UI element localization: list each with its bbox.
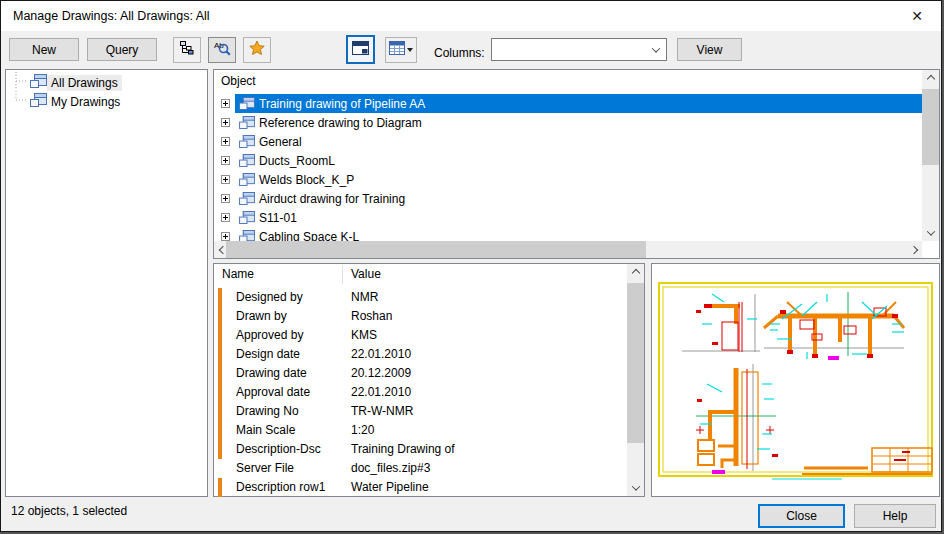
property-marker-bar <box>218 478 222 497</box>
drawing-preview-panel <box>651 263 940 497</box>
property-name: Drawing date <box>236 366 307 380</box>
property-value: KMS <box>351 328 377 342</box>
property-marker-bar <box>218 288 222 307</box>
property-marker-bar <box>218 440 222 459</box>
expand-icon[interactable] <box>221 194 230 203</box>
object-row-highlight[interactable]: Reference drawing to Diagram <box>235 113 922 132</box>
scroll-up-icon[interactable] <box>922 70 939 87</box>
hscroll-thumb[interactable] <box>226 241 646 258</box>
new-button-label: New <box>32 43 56 57</box>
expand-icon[interactable] <box>221 175 230 184</box>
drawing-icon <box>239 173 255 186</box>
value-column-header[interactable]: Value <box>351 267 381 281</box>
object-row-highlight[interactable]: Training drawing of Pipeline AA <box>235 94 922 113</box>
object-list-row[interactable]: General <box>214 132 922 151</box>
combobox-chevron-icon[interactable] <box>646 47 666 53</box>
object-row-highlight[interactable]: Welds Block_K_P <box>235 170 922 189</box>
help-button-label: Help <box>883 509 908 523</box>
property-name: Designed by <box>236 290 303 304</box>
expand-icon[interactable] <box>221 99 230 108</box>
drawing-icon <box>239 192 255 205</box>
tree-item[interactable]: All Drawings <box>6 74 207 92</box>
table-columns-icon <box>389 41 405 59</box>
scroll-down-icon[interactable] <box>627 479 644 496</box>
name-column-header[interactable]: Name <box>222 267 254 281</box>
object-list-row[interactable]: Ducts_RoomL <box>214 151 922 170</box>
property-row: Main Scale1:20 <box>214 421 627 440</box>
object-row-highlight[interactable]: General <box>235 132 922 151</box>
property-marker-bar <box>218 364 222 383</box>
object-row-highlight[interactable]: Ducts_RoomL <box>235 151 922 170</box>
property-marker-bar <box>218 307 222 326</box>
query-button-label: Query <box>106 43 139 57</box>
query-button[interactable]: Query <box>87 38 157 61</box>
expand-icon[interactable] <box>221 213 230 222</box>
manage-drawings-dialog: Manage Drawings: All Drawings: All ✕ New… <box>0 0 942 532</box>
close-icon[interactable]: ✕ <box>904 1 930 31</box>
object-row-label: S11-01 <box>259 211 297 225</box>
property-value: doc_files.zip#3 <box>351 461 430 475</box>
property-name: Approved by <box>236 328 303 342</box>
property-marker-bar <box>218 326 222 345</box>
scroll-up-icon[interactable] <box>627 264 644 281</box>
property-value: Training Drawing of <box>351 442 455 456</box>
new-button[interactable]: New <box>9 38 79 61</box>
property-value: 22.01.2010 <box>351 385 411 399</box>
object-list-row[interactable]: Welds Block_K_P <box>214 170 922 189</box>
property-row: Approval date22.01.2010 <box>214 383 627 402</box>
columns-combobox[interactable] <box>491 38 667 61</box>
object-list-row[interactable]: Airduct drawing for Training <box>214 189 922 208</box>
property-value: 1:20 <box>351 423 374 437</box>
properties-vscrollbar[interactable] <box>627 264 644 496</box>
object-row-highlight[interactable]: S11-01 <box>235 208 922 227</box>
preview-drawing <box>652 264 939 496</box>
drawing-icon <box>239 154 255 167</box>
property-value: 22.01.2010 <box>351 347 411 361</box>
tree-item[interactable]: My Drawings <box>6 93 207 111</box>
columns-label: Columns: <box>434 42 485 65</box>
object-row-label: Training drawing of Pipeline AA <box>259 97 425 111</box>
object-row-label: Ducts_RoomL <box>259 154 335 168</box>
property-value: 20.12.2009 <box>351 366 411 380</box>
object-list-row[interactable]: Reference drawing to Diagram <box>214 113 922 132</box>
object-row-label: Welds Block_K_P <box>259 173 354 187</box>
hierarchy-button[interactable] <box>173 37 201 63</box>
close-button-label: Close <box>786 509 817 523</box>
preview-toggle-button[interactable] <box>346 35 375 64</box>
expand-icon[interactable] <box>221 118 230 127</box>
property-row: Designed byNMR <box>214 288 627 307</box>
property-row: Description-DscTraining Drawing of <box>214 440 627 459</box>
columns-layout-button[interactable] <box>385 37 417 63</box>
find-button[interactable]: Ab <box>208 37 236 63</box>
drawing-icon <box>239 97 255 110</box>
help-button[interactable]: Help <box>854 504 936 528</box>
folder-tree-panel: All DrawingsMy Drawings <box>5 69 208 497</box>
object-list-row[interactable]: Training drawing of Pipeline AA <box>214 94 922 113</box>
find-text-icon: Ab <box>214 40 231 60</box>
object-list-vscrollbar[interactable] <box>922 70 939 241</box>
view-button[interactable]: View <box>677 38 742 61</box>
favorites-star-icon <box>249 40 265 60</box>
property-name: Server File <box>236 461 294 475</box>
favorites-button[interactable] <box>243 37 271 63</box>
property-marker-bar <box>218 345 222 364</box>
column-divider <box>342 266 343 284</box>
expand-icon[interactable] <box>221 137 230 146</box>
object-column-header[interactable]: Object <box>221 74 256 88</box>
expand-icon[interactable] <box>221 232 230 241</box>
object-list-hscrollbar[interactable] <box>214 241 922 258</box>
object-row-highlight[interactable]: Airduct drawing for Training <box>235 189 922 208</box>
vscroll-thumb[interactable] <box>922 89 939 165</box>
scroll-right-icon[interactable] <box>905 241 922 258</box>
expand-icon[interactable] <box>221 156 230 165</box>
tree-connector <box>6 91 30 113</box>
drawing-icon <box>239 211 255 224</box>
vscroll-thumb[interactable] <box>627 283 644 443</box>
dropdown-arrow-icon <box>407 48 413 52</box>
hierarchy-icon <box>179 40 195 60</box>
object-list-row[interactable]: S11-01 <box>214 208 922 227</box>
close-button[interactable]: Close <box>758 504 845 528</box>
property-value: Roshan <box>351 309 392 323</box>
scroll-down-icon[interactable] <box>922 224 939 241</box>
property-row: Drawing NoTR-W-NMR <box>214 402 627 421</box>
